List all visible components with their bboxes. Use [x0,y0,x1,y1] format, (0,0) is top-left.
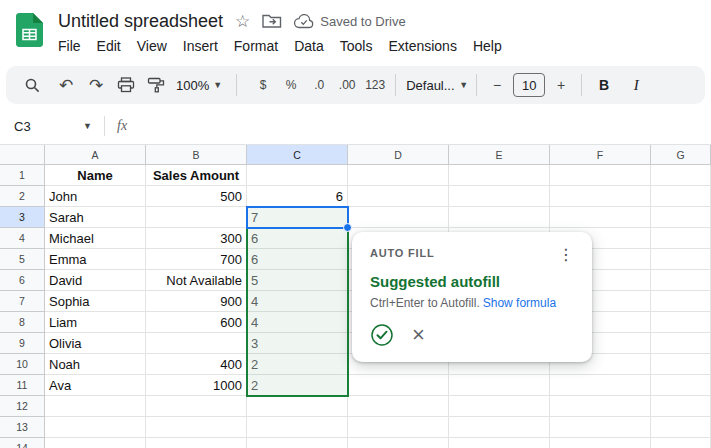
cell-G14[interactable] [651,438,711,448]
cell-C13[interactable] [247,417,348,438]
row-header-6[interactable]: 6 [0,270,45,291]
row-header-14[interactable]: 14 [0,438,45,448]
cell-D14[interactable] [348,438,449,448]
menu-file[interactable]: File [50,36,89,56]
cell-E1[interactable] [449,165,550,186]
fill-handle[interactable] [343,223,352,232]
cell-A9[interactable]: Olivia [45,333,146,354]
redo-button[interactable]: ↷ [84,72,108,98]
cell-B8[interactable]: 600 [146,312,247,333]
sheets-logo[interactable] [16,13,43,47]
font-select[interactable]: Defaul...▼ [406,72,468,98]
column-header-G[interactable]: G [651,145,711,165]
menu-data[interactable]: Data [286,36,332,56]
menu-tools[interactable]: Tools [332,36,381,56]
cell-B7[interactable]: 900 [146,291,247,312]
cell-B11[interactable]: 1000 [146,375,247,396]
cell-G12[interactable] [651,396,711,417]
cell-B3[interactable] [146,207,247,228]
increase-decimal-button[interactable]: .00 [335,72,359,98]
cell-A13[interactable] [45,417,146,438]
cell-E12[interactable] [449,396,550,417]
row-header-8[interactable]: 8 [0,312,45,333]
save-status[interactable]: Saved to Drive [294,14,405,29]
cell-A5[interactable]: Emma [45,249,146,270]
cell-C8[interactable]: 4 [247,312,348,333]
cell-A4[interactable]: Michael [45,228,146,249]
cell-C10[interactable]: 2 [247,354,348,375]
cell-B2[interactable]: 500 [146,186,247,207]
cell-C4[interactable]: 6 [247,228,348,249]
row-header-13[interactable]: 13 [0,417,45,438]
menu-insert[interactable]: Insert [175,36,226,56]
cell-A14[interactable] [45,438,146,448]
font-size-input[interactable]: 10 [513,73,545,97]
cell-C6[interactable]: 5 [247,270,348,291]
cell-E13[interactable] [449,417,550,438]
column-header-F[interactable]: F [550,145,651,165]
cell-E2[interactable] [449,186,550,207]
column-header-A[interactable]: A [45,145,146,165]
cell-A12[interactable] [45,396,146,417]
column-header-D[interactable]: D [348,145,449,165]
cell-B4[interactable]: 300 [146,228,247,249]
cell-G3[interactable] [651,207,711,228]
cell-A7[interactable]: Sophia [45,291,146,312]
cell-E11[interactable] [449,375,550,396]
cell-E3[interactable] [449,207,550,228]
undo-button[interactable]: ↶ [54,72,78,98]
document-title[interactable]: Untitled spreadsheet [58,11,223,32]
menu-view[interactable]: View [129,36,175,56]
cell-G8[interactable] [651,312,711,333]
cell-G13[interactable] [651,417,711,438]
row-header-7[interactable]: 7 [0,291,45,312]
cell-D3[interactable] [348,207,449,228]
cell-D12[interactable] [348,396,449,417]
row-header-10[interactable]: 10 [0,354,45,375]
number-format-button[interactable]: 123 [363,72,387,98]
cell-G11[interactable] [651,375,711,396]
cell-B1[interactable]: Sales Amount [146,165,247,186]
cell-C9[interactable]: 3 [247,333,348,354]
currency-format-button[interactable]: $ [251,72,275,98]
cell-A3[interactable]: Sarah [45,207,146,228]
cell-B9[interactable] [146,333,247,354]
row-header-5[interactable]: 5 [0,249,45,270]
cell-F14[interactable] [550,438,651,448]
more-options-icon[interactable]: ⋮ [552,245,580,265]
cell-G4[interactable] [651,228,711,249]
move-to-folder-icon[interactable] [262,13,282,29]
cell-A8[interactable]: Liam [45,312,146,333]
cell-F11[interactable] [550,375,651,396]
column-header-E[interactable]: E [449,145,550,165]
cell-D1[interactable] [348,165,449,186]
cell-G5[interactable] [651,249,711,270]
cell-D2[interactable] [348,186,449,207]
cell-G7[interactable] [651,291,711,312]
italic-button[interactable]: I [624,72,648,98]
cell-C12[interactable] [247,396,348,417]
cell-B13[interactable] [146,417,247,438]
cell-B6[interactable]: Not Available [146,270,247,291]
cell-A1[interactable]: Name [45,165,146,186]
column-header-C[interactable]: C [247,145,348,165]
row-header-4[interactable]: 4 [0,228,45,249]
row-header-2[interactable]: 2 [0,186,45,207]
row-header-3[interactable]: 3 [0,207,45,228]
cell-E14[interactable] [449,438,550,448]
column-header-B[interactable]: B [146,145,247,165]
cell-C7[interactable]: 4 [247,291,348,312]
cell-G6[interactable] [651,270,711,291]
cell-F3[interactable] [550,207,651,228]
increase-font-size-button[interactable]: + [549,72,573,98]
row-header-12[interactable]: 12 [0,396,45,417]
cell-F12[interactable] [550,396,651,417]
search-icon[interactable] [20,72,44,98]
cell-G9[interactable] [651,333,711,354]
zoom-select[interactable]: 100%▼ [176,72,222,98]
cell-G10[interactable] [651,354,711,375]
cell-B12[interactable] [146,396,247,417]
reject-autofill-button[interactable]: × [412,324,425,346]
row-header-9[interactable]: 9 [0,333,45,354]
row-header-11[interactable]: 11 [0,375,45,396]
